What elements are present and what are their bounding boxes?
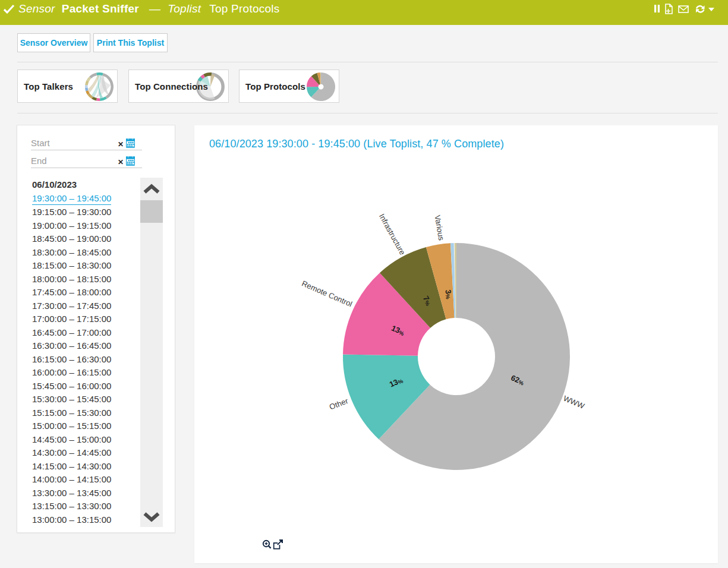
svg-text:Infrastructure: Infrastructure bbox=[377, 212, 407, 256]
svg-text:WWW: WWW bbox=[562, 394, 586, 411]
svg-text:Other: Other bbox=[328, 396, 349, 412]
svg-text:Various: Various bbox=[433, 214, 446, 241]
svg-text:Remote Control: Remote Control bbox=[301, 279, 354, 308]
